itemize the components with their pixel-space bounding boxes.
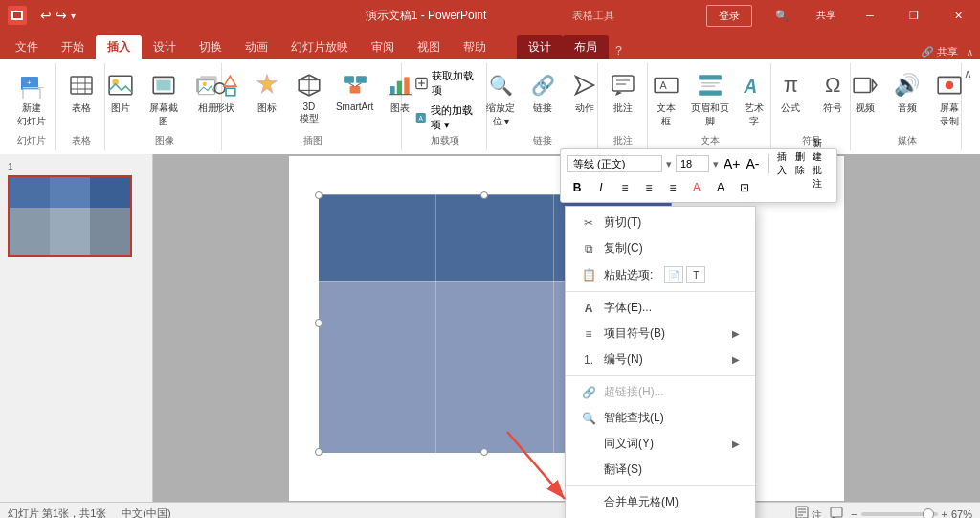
cm-numbering[interactable]: 1. 编号(N) ▶ <box>566 347 755 372</box>
tab-insert[interactable]: 插入 <box>96 35 142 59</box>
new-slide-label: 新建幻灯片 <box>17 101 46 128</box>
cm-bullets[interactable]: ≡ 项目符号(B) ▶ <box>566 321 755 347</box>
header-footer-button[interactable]: 页眉和页脚 <box>687 67 733 131</box>
wordart-icon: A <box>739 70 769 101</box>
screen-record-button[interactable]: 屏幕录制 <box>930 67 969 131</box>
minimize-button[interactable]: ─ <box>848 0 892 31</box>
textbox-button[interactable]: A 文本框 <box>649 67 683 131</box>
handle-bc[interactable] <box>480 448 488 456</box>
font-grow-button[interactable]: A+ <box>723 153 742 174</box>
align-left-button[interactable]: ≡ <box>614 177 635 198</box>
help-icon[interactable]: ？ <box>612 42 625 59</box>
font-size-input[interactable] <box>676 155 709 172</box>
border-button[interactable]: ⊡ <box>734 177 755 198</box>
cm-smartlookup[interactable]: 🔍 智能查找(L) <box>566 405 755 431</box>
cm-copy[interactable]: ⧉ 复制(C) <box>566 236 755 261</box>
cell-1-1[interactable] <box>319 194 436 281</box>
tab-slideshow[interactable]: 幻灯片放映 <box>279 35 360 59</box>
tab-help[interactable]: 帮助 <box>452 35 498 59</box>
cm-synonyms[interactable]: 同义词(Y) ▶ <box>566 431 755 457</box>
zoom-button[interactable]: 🔍 缩放定位 ▾ <box>481 67 520 131</box>
undo-button[interactable]: ↩ <box>40 8 52 23</box>
comment-icon <box>608 70 638 101</box>
tab-review[interactable]: 审阅 <box>360 35 406 59</box>
smartart-button[interactable]: SmartArt <box>332 67 377 115</box>
table-button[interactable]: 表格 <box>62 67 100 118</box>
share-button[interactable]: 共享 <box>804 0 848 31</box>
zoom-level[interactable]: 67% <box>951 508 972 519</box>
wordart-button[interactable]: A 艺术字 <box>737 67 771 131</box>
cm-paste[interactable]: 📋 粘贴选项: 📄 T <box>566 261 755 288</box>
comments-button[interactable] <box>830 507 843 519</box>
app-icon <box>8 6 27 25</box>
handle-tl[interactable] <box>315 191 323 199</box>
screenshot-button[interactable]: 屏幕截图 <box>143 67 186 131</box>
restore-button[interactable]: ❐ <box>892 0 936 31</box>
zoom-slider[interactable] <box>861 512 938 516</box>
notes-button[interactable]: 注 <box>795 506 822 519</box>
cell-2-1[interactable] <box>319 281 436 453</box>
3dmodel-button[interactable]: 3D模型 <box>290 67 328 128</box>
get-addins-button[interactable]: 获取加载项 <box>412 67 479 100</box>
tab-transition[interactable]: 切换 <box>188 35 234 59</box>
action-button[interactable]: 动作 <box>566 67 604 118</box>
comment-button[interactable]: 批注 <box>604 67 642 118</box>
audio-button[interactable]: 🔊 音频 <box>888 67 926 118</box>
paste-option-1[interactable]: 📄 <box>664 266 683 283</box>
tab-design[interactable]: 设计 <box>142 35 188 59</box>
cell-1-2[interactable] <box>436 194 554 281</box>
icons-button[interactable]: 图标 <box>248 67 286 118</box>
font-expand-icon[interactable]: ▾ <box>666 158 672 170</box>
thumb-cell-2 <box>50 177 90 208</box>
equation-button[interactable]: π 公式 <box>771 67 810 118</box>
tab-home[interactable]: 开始 <box>50 35 96 59</box>
quick-access-more[interactable]: ▾ <box>71 11 76 21</box>
tab-animation[interactable]: 动画 <box>234 35 279 59</box>
link-button[interactable]: 🔗 链接 <box>523 67 562 118</box>
ribbon-collapse-button[interactable]: ∧ <box>966 46 980 59</box>
svg-point-56 <box>945 81 953 90</box>
delete-button[interactable]: 删除 <box>794 153 809 174</box>
align-center-button[interactable]: ≡ <box>638 177 659 198</box>
cm-font[interactable]: A 字体(E)... <box>566 295 755 321</box>
bold-button[interactable]: B <box>567 177 588 198</box>
shapes-button[interactable]: 形状 <box>206 67 244 118</box>
search-button[interactable]: 🔍 <box>760 0 804 31</box>
slide-thumbnail[interactable] <box>8 175 132 257</box>
text-color-button[interactable]: A <box>686 177 707 198</box>
format-toolbar: ▾ ▾ A+ A- 插入 删除 新建批注 B I ≡ ≡ ≡ A A ⊡ <box>560 148 837 203</box>
zoom-in-button[interactable]: + <box>942 508 947 519</box>
merge-icon <box>581 495 596 510</box>
cm-cut[interactable]: ✂ 剪切(T) <box>566 210 755 236</box>
align-right-button[interactable]: ≡ <box>662 177 683 198</box>
font-shrink-button[interactable]: A- <box>746 153 761 174</box>
my-addins-button[interactable]: A 我的加载项 ▾ <box>412 101 479 134</box>
zoom-out-button[interactable]: − <box>851 508 857 519</box>
new-slide-button[interactable]: + 新建幻灯片 <box>12 67 51 131</box>
handle-tc[interactable] <box>480 191 488 199</box>
zoom-thumb[interactable] <box>923 508 934 519</box>
tab-table-design[interactable]: 设计 <box>517 35 563 59</box>
handle-ml[interactable] <box>315 319 323 327</box>
close-button[interactable]: ✕ <box>936 0 980 31</box>
font-size-expand-icon[interactable]: ▾ <box>713 158 719 170</box>
cm-translate[interactable]: 翻译(S) <box>566 457 755 483</box>
tab-view[interactable]: 视图 <box>406 35 452 59</box>
cm-merge[interactable]: 合并单元格(M) <box>566 489 755 515</box>
handle-bl[interactable] <box>315 448 323 456</box>
highlight-button[interactable]: A <box>710 177 731 198</box>
insert-button[interactable]: 插入 <box>776 153 791 174</box>
paste-option-2[interactable]: T <box>686 266 705 283</box>
new-comment-button[interactable]: 新建批注 <box>812 153 831 174</box>
tab-table-layout[interactable]: 布局 <box>563 35 609 59</box>
video-button[interactable]: 视频 <box>846 67 884 118</box>
italic-button[interactable]: I <box>590 177 612 198</box>
redo-button[interactable]: ↪ <box>56 8 67 23</box>
login-button[interactable]: 登录 <box>706 5 752 27</box>
cell-2-2[interactable] <box>436 281 554 453</box>
tab-file[interactable]: 文件 <box>4 35 50 59</box>
picture-button[interactable]: 图片 <box>103 67 140 118</box>
font-name-input[interactable] <box>567 155 662 172</box>
language-status[interactable]: 中文(中国) <box>122 507 170 518</box>
share-ribbon-button[interactable]: 🔗 共享 <box>921 45 966 59</box>
